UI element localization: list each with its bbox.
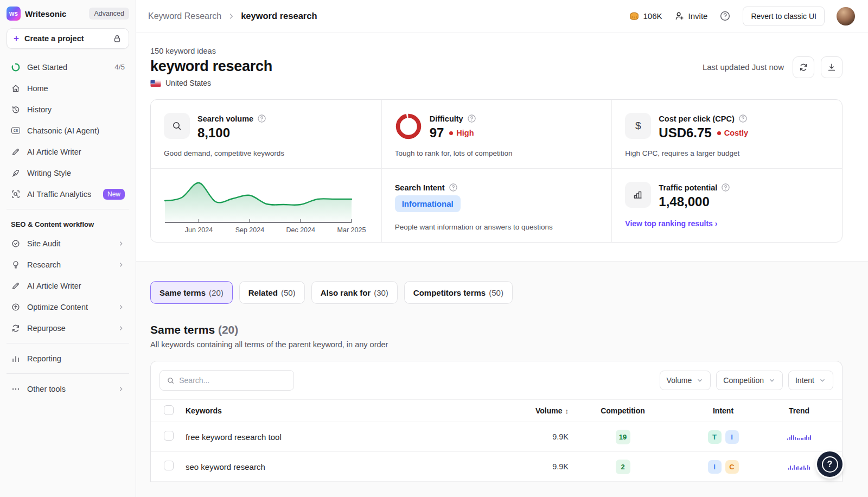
sidebar-item-get-started[interactable]: Get Started 4/5 — [5, 56, 130, 78]
create-project-button[interactable]: + Create a project — [7, 28, 129, 49]
tab-competitors-terms[interactable]: Competitors terms(50) — [404, 281, 513, 304]
section-title: Same terms — [150, 323, 215, 336]
sidebar-divider — [7, 343, 129, 343]
user-avatar[interactable] — [837, 7, 855, 26]
intent-badge-transactional: T — [708, 430, 722, 444]
intent-badge-informational: I — [708, 460, 722, 474]
volume-cell: 9.9K — [503, 432, 569, 441]
invite-button[interactable]: Invite — [674, 11, 708, 21]
filter-competition[interactable]: Competition — [716, 371, 783, 390]
trend-sparkline — [787, 434, 811, 440]
column-trend: Trend — [769, 406, 829, 415]
topbar: Keyword Research keyword research 106K I… — [136, 0, 868, 33]
sidebar-item-optimize-content[interactable]: Optimize Content — [5, 296, 130, 317]
tab-related[interactable]: Related(50) — [239, 281, 305, 304]
sidebar-item-chatsonic[interactable]: cs Chatsonic (AI Agent) — [5, 120, 130, 141]
tab-label: Related — [248, 288, 278, 297]
sidebar-item-label: Repurpose — [27, 324, 111, 333]
column-volume: Volume — [535, 406, 563, 415]
question-circle-icon[interactable] — [721, 183, 730, 192]
sidebar-item-label: History — [27, 105, 125, 114]
chevron-right-icon — [117, 240, 125, 247]
filter-intent[interactable]: Intent — [788, 371, 833, 390]
sidebar-item-history[interactable]: History — [5, 99, 130, 120]
question-icon: ? — [822, 456, 838, 473]
sidebar-item-ai-article-writer[interactable]: AI Article Writer — [5, 141, 130, 162]
chevron-down-icon — [696, 377, 704, 384]
refresh-icon — [799, 62, 808, 72]
tab-same-terms[interactable]: Same terms(20) — [150, 281, 233, 304]
feather-icon — [11, 168, 21, 178]
ellipsis-icon — [11, 384, 21, 394]
intent-pill: Informational — [395, 195, 461, 212]
difficulty-value: 97 — [430, 125, 444, 141]
chevron-right-icon — [117, 303, 125, 311]
question-circle-icon[interactable] — [257, 114, 266, 123]
difficulty-status: High — [456, 129, 474, 137]
refresh-icon — [11, 323, 21, 333]
breadcrumb-current: keyword research — [241, 11, 317, 21]
keyword-ideas-count: 150 keyword ideas — [150, 47, 272, 55]
download-button[interactable] — [821, 56, 843, 78]
search-intent-label: Search Intent — [395, 183, 445, 192]
sidebar-item-reporting[interactable]: Reporting — [5, 348, 130, 369]
sidebar-item-label: Home — [27, 84, 125, 93]
sidebar-item-research[interactable]: Research — [5, 254, 130, 275]
sidebar-item-site-audit[interactable]: Site Audit — [5, 233, 130, 254]
row-checkbox[interactable] — [164, 431, 174, 441]
plan-badge: Advanced — [89, 8, 129, 20]
sidebar-item-home[interactable]: Home — [5, 78, 130, 99]
table-header-row: Keywords Volume↕ Competition Intent Tren… — [151, 399, 842, 422]
region-label: United States — [165, 79, 211, 87]
select-all-checkbox[interactable] — [164, 405, 174, 415]
bar-chart-icon — [625, 182, 651, 208]
sidebar-divider — [7, 373, 129, 374]
sidebar-item-repurpose[interactable]: Repurpose — [5, 317, 130, 339]
volume-trend-chart: Jun 2024 Sep 2024 Dec 2024 Mar 2025 — [151, 168, 381, 242]
sidebar-item-ai-traffic-analytics[interactable]: AI Traffic Analytics New — [5, 183, 130, 205]
page-title: keyword research — [150, 58, 272, 75]
view-top-ranking-link[interactable]: View top ranking results › — [625, 219, 717, 228]
site-audit-icon — [11, 239, 21, 248]
volume-cell: 9.9K — [503, 462, 569, 471]
credits-value: 106K — [643, 11, 662, 21]
cpc-label: Cost per click (CPC) — [659, 114, 734, 123]
traffic-potential-cell: Traffic potential 1,48,000 View top rank… — [611, 168, 842, 242]
search-intent-note: People want information or answers to qu… — [395, 223, 599, 231]
sidebar-item-label: AI Traffic Analytics — [27, 190, 97, 199]
status-dot — [717, 131, 721, 135]
pencil-icon — [11, 147, 21, 157]
last-updated-text: Last updated Just now — [703, 62, 784, 72]
help-icon[interactable] — [719, 10, 731, 22]
chevron-right-icon — [117, 324, 125, 332]
filter-volume[interactable]: Volume — [660, 371, 711, 390]
brand-row: ws Writesonic Advanced — [5, 5, 130, 26]
row-checkbox[interactable] — [164, 461, 174, 470]
sidebar-item-writing-style[interactable]: Writing Style — [5, 162, 130, 183]
question-circle-icon[interactable] — [738, 114, 748, 123]
question-circle-icon[interactable] — [467, 114, 476, 123]
search-input[interactable] — [179, 376, 287, 385]
keyword-cell: seo keyword research — [186, 462, 503, 471]
tab-count: (20) — [209, 288, 224, 297]
tab-count: (50) — [489, 288, 503, 297]
progress-ring-icon — [11, 62, 21, 72]
table-row[interactable]: free keyword research tool 9.9K 19 T I — [151, 422, 842, 452]
coin-icon — [629, 11, 640, 21]
help-widget-button[interactable]: ? — [817, 451, 843, 477]
credits-balance[interactable]: 106K — [629, 11, 662, 21]
sidebar-item-other-tools[interactable]: Other tools — [5, 378, 130, 399]
tab-also-rank-for[interactable]: Also rank for(30) — [311, 281, 398, 304]
keyword-cell: free keyword research tool — [186, 432, 503, 442]
breadcrumb-parent[interactable]: Keyword Research — [148, 11, 221, 21]
revert-classic-ui-button[interactable]: Revert to classic UI — [743, 7, 825, 26]
question-circle-icon[interactable] — [449, 183, 458, 192]
refresh-button[interactable] — [793, 56, 814, 78]
cpc-value: USD6.75 — [659, 125, 711, 141]
sidebar-item-label: Get Started — [27, 63, 108, 72]
x-tick-label: Jun 2024 — [185, 226, 213, 234]
table-row[interactable]: seo keyword research 9.9K 2 I C — [151, 452, 842, 482]
search-volume-note: Good demand, competitive keywords — [164, 149, 368, 157]
x-tick-label: Sep 2024 — [235, 226, 265, 234]
sidebar-item-ai-article-writer-2[interactable]: AI Article Writer — [5, 275, 130, 296]
